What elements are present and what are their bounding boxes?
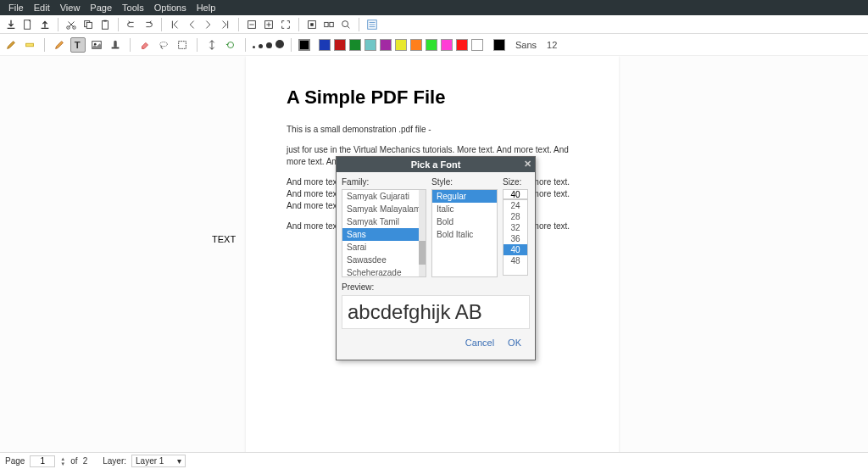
font-size-display[interactable]: 12 xyxy=(547,40,557,50)
menu-options[interactable]: Options xyxy=(149,3,192,13)
select-rect-tool[interactable] xyxy=(175,37,190,53)
style-item[interactable]: Bold xyxy=(432,215,497,228)
svg-rect-19 xyxy=(112,47,120,48)
zoom-out-button[interactable] xyxy=(244,17,259,32)
color-swatch-8[interactable] xyxy=(426,39,437,51)
brush-size-m[interactable] xyxy=(259,40,263,50)
properties-button[interactable] xyxy=(364,17,380,32)
svg-rect-0 xyxy=(25,20,31,29)
zoom-in-button[interactable] xyxy=(261,17,276,32)
ok-button[interactable]: OK xyxy=(508,338,521,348)
family-item[interactable]: Sarai xyxy=(342,241,426,254)
font-dialog: Pick a Font ✕ Family: Samyak Gujarati Sa… xyxy=(336,156,536,360)
search-button[interactable] xyxy=(338,17,353,32)
prev-page-button[interactable] xyxy=(184,17,199,32)
doc-p1: This is a small demonstration .pdf file … xyxy=(287,124,578,136)
text-annotation[interactable]: TEXT xyxy=(212,234,236,244)
undo-button[interactable] xyxy=(124,17,139,32)
copy-button[interactable] xyxy=(81,17,96,32)
image-tool[interactable] xyxy=(89,37,104,53)
style-item[interactable]: Bold Italic xyxy=(432,228,497,241)
vertical-align-tool[interactable] xyxy=(204,37,220,53)
text-tool[interactable]: T xyxy=(70,37,86,53)
color-swatch-10[interactable] xyxy=(456,39,468,51)
size-item[interactable]: 40 xyxy=(504,244,527,255)
size-item[interactable]: 48 xyxy=(504,255,527,266)
family-item[interactable]: Scheherazade xyxy=(342,266,426,277)
eraser-tool[interactable] xyxy=(137,37,153,53)
family-item[interactable]: Samyak Gujarati xyxy=(342,190,426,203)
layer-label: Layer: xyxy=(103,456,126,466)
cancel-button[interactable]: Cancel xyxy=(465,338,494,348)
color-swatch-4[interactable] xyxy=(364,39,376,51)
status-bar: Page ▲▼ of 2 Layer: Layer 1 ▾ xyxy=(0,452,868,469)
tools-toolbar: T Sans 12 xyxy=(0,34,868,56)
dialog-title-text: Pick a Font xyxy=(411,159,461,170)
toggle-2-button[interactable] xyxy=(321,17,337,32)
menu-help[interactable]: Help xyxy=(192,3,221,13)
next-page-button[interactable] xyxy=(201,17,216,32)
last-page-button[interactable] xyxy=(218,17,233,32)
family-scrollbar[interactable] xyxy=(419,190,426,276)
style-listbox[interactable]: Regular Italic Bold Bold Italic xyxy=(431,189,498,277)
menu-file[interactable]: File xyxy=(3,3,29,13)
style-item[interactable]: Regular xyxy=(432,190,497,203)
page-of-label: of xyxy=(70,456,77,466)
brush-size-xl[interactable] xyxy=(275,40,284,50)
menu-tools[interactable]: Tools xyxy=(117,3,149,13)
new-button[interactable] xyxy=(20,17,36,32)
page-spinner[interactable]: ▲▼ xyxy=(60,456,65,466)
size-item[interactable]: 24 xyxy=(504,200,527,211)
color-swatch-5[interactable] xyxy=(380,39,392,51)
family-item[interactable]: Sans xyxy=(342,228,426,241)
style-item[interactable]: Italic xyxy=(432,203,497,215)
page-number-input[interactable] xyxy=(30,455,55,467)
size-item[interactable]: 36 xyxy=(504,233,527,244)
menu-view[interactable]: View xyxy=(55,3,86,13)
layer-select[interactable]: Layer 1 ▾ xyxy=(131,455,186,467)
color-swatch-11[interactable] xyxy=(471,39,483,51)
family-item[interactable]: Sawasdee xyxy=(342,254,426,266)
family-item[interactable]: Samyak Malayalam xyxy=(342,203,426,215)
size-item[interactable]: 32 xyxy=(504,222,527,233)
svg-rect-11 xyxy=(325,22,328,26)
color-swatch-9[interactable] xyxy=(441,39,453,51)
menu-edit[interactable]: Edit xyxy=(29,3,55,13)
style-label: Style: xyxy=(431,177,498,187)
color-swatch-6[interactable] xyxy=(395,39,407,51)
family-listbox[interactable]: Samyak Gujarati Samyak Malayalam Samyak … xyxy=(342,189,426,277)
svg-rect-6 xyxy=(103,20,107,21)
size-input[interactable]: 40 xyxy=(503,189,528,199)
open-button[interactable] xyxy=(3,17,19,32)
close-icon[interactable]: ✕ xyxy=(524,159,531,170)
size-listbox[interactable]: 24 28 32 36 40 48 xyxy=(503,199,528,276)
pencil-tool[interactable] xyxy=(52,37,67,53)
color-swatch-3[interactable] xyxy=(349,39,361,51)
lasso-tool[interactable] xyxy=(156,37,171,53)
stamp-tool[interactable] xyxy=(108,37,123,53)
toggle-1-button[interactable] xyxy=(304,17,320,32)
menu-page[interactable]: Page xyxy=(85,3,117,13)
preview-box: abcdefghijk AB xyxy=(342,295,530,329)
brush-size-s[interactable] xyxy=(253,40,255,50)
highlight-tool[interactable] xyxy=(22,37,37,53)
family-item[interactable]: Samyak Tamil xyxy=(342,215,426,228)
color-swatch-12[interactable] xyxy=(493,39,505,51)
save-button[interactable] xyxy=(37,17,53,32)
color-swatch-1[interactable] xyxy=(319,39,331,51)
color-swatch-7[interactable] xyxy=(410,39,422,51)
zoom-fit-button[interactable] xyxy=(278,17,293,32)
paste-button[interactable] xyxy=(97,17,113,32)
menu-bar: File Edit View Page Tools Options Help xyxy=(0,0,868,15)
pen-tool[interactable] xyxy=(3,37,19,53)
dialog-titlebar[interactable]: Pick a Font ✕ xyxy=(337,157,535,172)
redo-button[interactable] xyxy=(141,17,156,32)
size-item[interactable]: 28 xyxy=(504,211,527,222)
color-swatch-0[interactable] xyxy=(298,39,310,51)
rotate-tool[interactable] xyxy=(223,37,238,53)
cut-button[interactable] xyxy=(64,17,79,32)
first-page-button[interactable] xyxy=(167,17,182,32)
color-swatch-2[interactable] xyxy=(334,39,346,51)
brush-size-l[interactable] xyxy=(266,40,272,50)
font-name-display[interactable]: Sans xyxy=(515,40,537,50)
